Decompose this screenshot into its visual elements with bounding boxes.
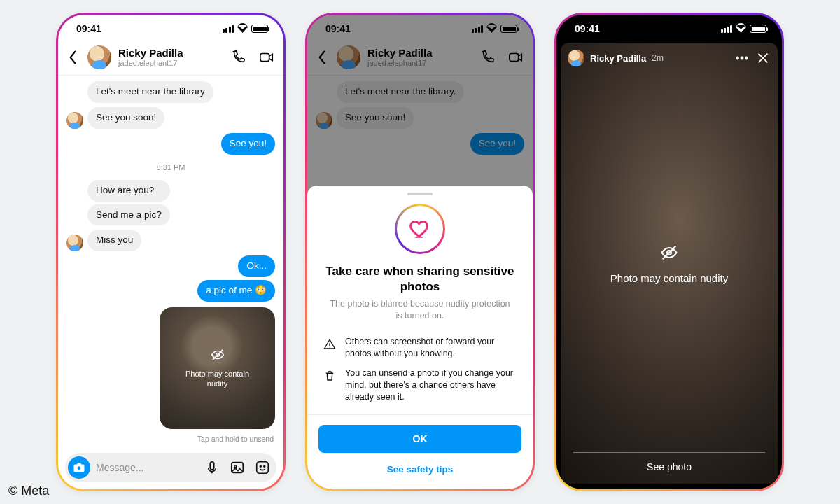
timestamp: 8:31 PM — [66, 163, 275, 172]
story-view[interactable]: Ricky Padilla 2m Photo may contain nudit… — [561, 43, 778, 484]
svg-rect-0 — [260, 54, 270, 62]
message-other[interactable]: Let's meet near the library — [88, 81, 214, 103]
safety-tips-link[interactable]: See safety tips — [318, 457, 522, 481]
message-other[interactable]: Send me a pic? — [88, 204, 170, 226]
message-self[interactable]: a pic of me 😳 — [197, 280, 275, 302]
message-self[interactable]: Ok... — [238, 255, 275, 277]
mic-icon[interactable] — [204, 459, 220, 476]
chat-thread[interactable]: Let's meet near the library See you soon… — [58, 76, 284, 449]
eye-off-icon — [659, 243, 679, 265]
message-other[interactable]: Miss you — [88, 230, 141, 251]
sheet-info-unsend: You can unsend a photo if you change you… — [307, 363, 533, 407]
message-other[interactable]: See you soon! — [88, 107, 164, 129]
chat-username: jaded.elephant17 — [118, 59, 183, 67]
avatar[interactable] — [66, 112, 83, 129]
video-icon[interactable] — [258, 49, 275, 66]
message-input-bar[interactable]: Message... — [65, 453, 276, 482]
svg-point-7 — [260, 465, 261, 467]
sheet-title: Take care when sharing sensitive photos — [326, 264, 514, 294]
eye-off-icon — [210, 347, 225, 365]
phone-2: 09:41 Ricky Padilla jaded.elephant17 — [305, 13, 535, 491]
svg-point-5 — [234, 465, 237, 468]
status-time: 09:41 — [76, 23, 102, 34]
avatar[interactable] — [88, 46, 111, 69]
unsend-hint: Tap and hold to unsend — [197, 435, 274, 443]
svg-rect-6 — [257, 462, 269, 474]
sheet-info-screenshot: Others can screenshot or forward your ph… — [307, 332, 533, 364]
trash-icon — [323, 368, 337, 384]
phone-1: 09:41 Ricky Padilla jaded.elephant17 — [56, 13, 286, 491]
avatar[interactable] — [66, 234, 83, 251]
sheet-grabber[interactable] — [407, 192, 433, 195]
photo-icon[interactable] — [229, 459, 246, 476]
chat-header: Ricky Padilla jaded.elephant17 — [58, 43, 284, 76]
svg-point-8 — [264, 465, 265, 467]
story-blur-label: Photo may contain nudity — [610, 272, 728, 284]
message-field[interactable]: Message... — [96, 462, 198, 473]
camera-button[interactable] — [68, 456, 90, 479]
status-bar: 09:41 — [556, 15, 782, 43]
back-button[interactable] — [65, 50, 80, 65]
warning-sheet: Take care when sharing sensitive photos … — [307, 186, 533, 489]
svg-rect-3 — [210, 462, 214, 470]
warning-icon — [323, 336, 337, 353]
copyright: © Meta — [8, 484, 49, 498]
signal-icon — [223, 25, 234, 33]
sticker-icon[interactable] — [254, 459, 271, 476]
signal-icon — [721, 25, 733, 33]
wifi-icon — [736, 24, 746, 33]
svg-point-2 — [78, 466, 81, 470]
chat-name[interactable]: Ricky Padilla — [118, 48, 183, 59]
heart-ring-icon — [395, 204, 445, 254]
blur-label: Photo may contain nudity — [176, 370, 260, 389]
battery-icon — [750, 24, 766, 33]
message-self[interactable]: See you! — [221, 133, 275, 155]
call-icon[interactable] — [230, 49, 247, 66]
phone-3: 09:41 Ricky Padilla 2m — [554, 13, 784, 491]
message-other[interactable]: How are you? — [88, 180, 170, 202]
status-time: 09:41 — [575, 23, 600, 34]
battery-icon — [251, 24, 268, 33]
svg-rect-4 — [232, 463, 244, 473]
blurred-photo[interactable]: Photo may contain nudity — [160, 307, 275, 429]
sheet-subtitle: The photo is blurred because nudity prot… — [328, 298, 512, 322]
see-photo-button[interactable]: See photo — [573, 452, 765, 472]
wifi-icon — [237, 24, 248, 33]
status-bar: 09:41 — [58, 15, 284, 43]
ok-button[interactable]: OK — [318, 425, 522, 453]
